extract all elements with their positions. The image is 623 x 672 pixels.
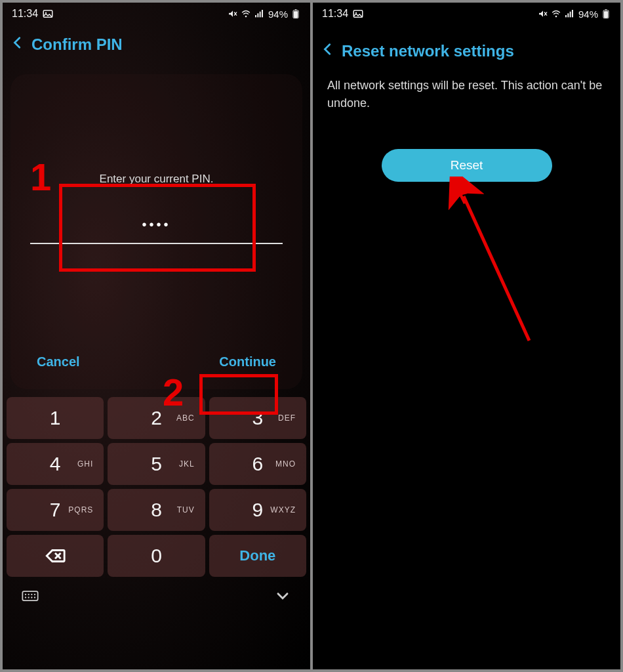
- backspace-icon: [44, 545, 66, 567]
- phone-screenshot-right: 11:34 94% Reset network settings All net…: [313, 3, 620, 669]
- svg-rect-29: [572, 10, 573, 17]
- pin-entry-card: Enter your current PIN. •••• Cancel Cont…: [10, 74, 302, 389]
- keyboard-bottom-bar: [3, 581, 310, 611]
- pin-underline: [30, 243, 283, 244]
- key-backspace[interactable]: [7, 535, 104, 577]
- key-done[interactable]: Done: [209, 535, 306, 577]
- svg-rect-6: [260, 12, 261, 18]
- svg-point-19: [28, 597, 30, 598]
- status-bar: 11:34 94%: [3, 3, 310, 22]
- wifi-icon: [241, 9, 251, 19]
- svg-rect-27: [567, 13, 569, 17]
- continue-button[interactable]: Continue: [219, 354, 276, 369]
- numeric-keypad: 1 2ABC 3DEF 4GHI 5JKL 6MNO 7PQRS 8TUV 9W…: [3, 393, 310, 581]
- svg-point-21: [34, 597, 35, 598]
- keyboard-switch-icon[interactable]: [21, 586, 39, 607]
- svg-rect-7: [262, 10, 263, 17]
- key-1[interactable]: 1: [7, 397, 104, 439]
- reset-description: All network settings will be reset. This…: [313, 73, 620, 116]
- battery-icon: [291, 9, 301, 19]
- signal-icon: [254, 9, 264, 19]
- key-9[interactable]: 9WXYZ: [209, 489, 306, 531]
- svg-point-17: [34, 594, 35, 595]
- svg-rect-9: [294, 11, 298, 18]
- svg-rect-31: [604, 11, 608, 18]
- mute-icon: [228, 9, 238, 19]
- svg-rect-13: [22, 591, 37, 600]
- collapse-keyboard-icon[interactable]: [273, 586, 292, 607]
- svg-point-20: [31, 597, 32, 598]
- page-title: Confirm PIN: [31, 35, 123, 54]
- svg-point-15: [28, 594, 30, 595]
- gallery-icon: [352, 8, 364, 20]
- pin-input[interactable]: ••••: [24, 217, 289, 232]
- reset-button[interactable]: Reset: [382, 149, 552, 182]
- key-5[interactable]: 5JKL: [108, 443, 205, 485]
- svg-line-33: [464, 196, 529, 341]
- status-time: 11:34: [12, 8, 38, 20]
- cancel-button[interactable]: Cancel: [37, 354, 80, 369]
- svg-rect-4: [255, 15, 256, 17]
- svg-rect-26: [565, 15, 567, 17]
- key-7[interactable]: 7PQRS: [7, 489, 104, 531]
- battery-percent: 94%: [268, 9, 288, 20]
- status-bar: 11:34 94%: [313, 3, 620, 22]
- wifi-icon: [551, 9, 561, 19]
- gallery-icon: [42, 8, 54, 20]
- svg-point-14: [25, 594, 26, 595]
- key-0[interactable]: 0: [108, 535, 205, 577]
- key-2[interactable]: 2ABC: [108, 397, 205, 439]
- page-header: Confirm PIN: [3, 22, 310, 66]
- svg-point-16: [31, 594, 32, 595]
- key-3[interactable]: 3DEF: [209, 397, 306, 439]
- back-icon[interactable]: [10, 34, 25, 54]
- pin-prompt: Enter your current PIN.: [24, 173, 289, 186]
- back-icon[interactable]: [321, 41, 335, 61]
- annotation-arrow: [444, 177, 549, 347]
- battery-icon: [601, 9, 611, 19]
- key-4[interactable]: 4GHI: [7, 443, 104, 485]
- page-header: Reset network settings: [313, 22, 620, 73]
- svg-rect-32: [605, 9, 607, 10]
- status-time: 11:34: [322, 8, 348, 20]
- page-title: Reset network settings: [342, 42, 514, 60]
- phone-screenshot-left: 11:34 94% Confirm PIN Enter your current…: [3, 3, 310, 669]
- svg-rect-28: [570, 12, 571, 18]
- signal-icon: [564, 9, 574, 19]
- mute-icon: [538, 9, 548, 19]
- key-8[interactable]: 8TUV: [108, 489, 205, 531]
- svg-point-18: [25, 597, 26, 598]
- svg-rect-5: [257, 13, 258, 17]
- battery-percent: 94%: [578, 9, 598, 20]
- svg-rect-10: [295, 9, 297, 10]
- key-6[interactable]: 6MNO: [209, 443, 306, 485]
